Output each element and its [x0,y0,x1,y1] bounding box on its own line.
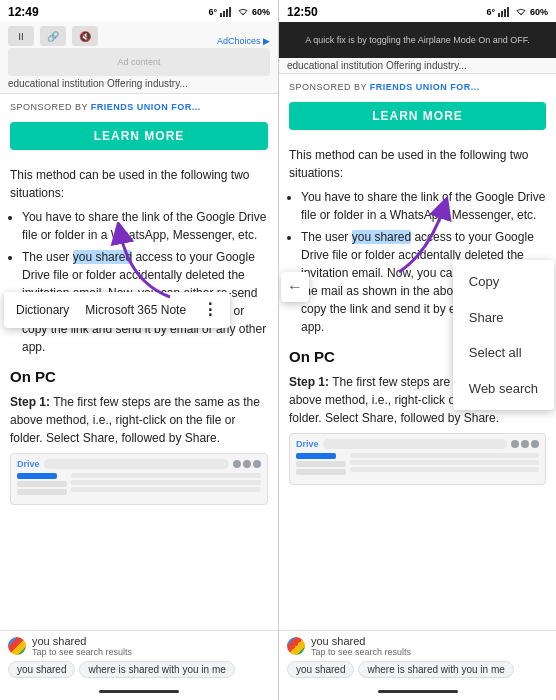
wifi-icon-left [237,7,249,17]
search-title-right[interactable]: you shared [311,635,411,647]
nav-gesture-left [99,690,179,693]
bottom-bar-right: you shared Tap to see search results you… [279,630,556,682]
ad-image-left: Ad content [8,48,270,76]
article-intro-left: This method can be used in the following… [10,166,268,202]
learn-more-container-left: LEARN MORE [0,116,278,162]
status-bar-right: 12:50 6° 60% [279,0,556,22]
ad-text-left: educational institution Offering industr… [8,78,270,89]
step1-left: Step 1: The first few steps are the same… [10,393,268,447]
mute-icon-left[interactable]: 🔇 [72,26,98,46]
chip-you-shared-left[interactable]: you shared [8,661,75,678]
battery-right: 60% [530,7,548,17]
chip-where-shared-right[interactable]: where is shared with you in me [358,661,513,678]
select-all-option-right[interactable]: Select all [453,335,554,371]
content-left: This method can be used in the following… [0,162,278,630]
svg-rect-3 [229,7,231,17]
search-subtitle-right: Tap to see search results [311,647,411,657]
content-right: This method can be used in the following… [279,142,556,630]
search-chips-left: you shared where is shared with you in m… [8,661,270,678]
on-pc-heading-left: On PC [10,366,268,389]
learn-more-container-right: LEARN MORE [279,96,556,142]
share-option-right[interactable]: Share [453,300,554,336]
nav-bar-right [279,682,556,700]
learn-more-btn-right[interactable]: LEARN MORE [289,102,546,130]
link-icon-left[interactable]: 🔗 [40,26,66,46]
svg-rect-7 [504,9,506,17]
pause-icon-left[interactable]: ⏸ [8,26,34,46]
context-menu-right: Copy Share Select all Web search [453,260,554,410]
status-icons-text-right: 6° [486,7,495,17]
signal-icon-right [498,7,512,17]
web-search-option-right[interactable]: Web search [453,371,554,407]
svg-rect-6 [501,11,503,17]
ad-text-right: educational institution Offering industr… [287,60,548,71]
sponsored-left: SPONSORED BY FRIENDS UNION FOR... [0,94,278,116]
drive-thumbnail-right: Drive [289,433,546,485]
nav-bar-left [0,682,278,700]
google-logo-left [8,637,26,655]
svg-rect-0 [220,13,222,17]
learn-more-btn-left[interactable]: LEARN MORE [10,122,268,150]
purple-arrow-left [110,222,180,302]
signal-icon-left [220,7,234,17]
left-panel: 12:49 6° 60% ⏸ 🔗 🔇 AdChoices ▶ Ad conten… [0,0,278,700]
search-title-left[interactable]: you shared [32,635,132,647]
time-right: 12:50 [287,5,318,19]
status-icons-right: 6° 60% [486,7,548,17]
status-time-right: 12:50 [287,5,318,19]
right-panel: 12:50 6° 60% A quick fix is by toggling … [278,0,556,700]
google-search-row-right: you shared Tap to see search results [287,635,548,657]
drive-thumbnail-left: Drive [10,453,268,505]
google-logo-right [287,637,305,655]
ms365-option-left[interactable]: Microsoft 365 Note [81,299,190,321]
ad-area-right: educational institution Offering industr… [279,58,556,74]
selection-toolbar-right: ← [281,272,309,302]
wifi-icon-right [515,7,527,17]
bottom-bar-left: you shared Tap to see search results you… [0,630,278,682]
ad-area-left: ⏸ 🔗 🔇 AdChoices ▶ Ad content educational… [0,22,278,94]
chip-where-shared-left[interactable]: where is shared with you in me [79,661,234,678]
svg-rect-2 [226,9,228,17]
purple-arrow-right [379,192,459,282]
chip-you-shared-right[interactable]: you shared [287,661,354,678]
status-icons-left: 6° 60% [208,7,270,17]
status-time-left: 12:49 [8,5,39,19]
dictionary-option-left[interactable]: Dictionary [12,299,73,321]
status-bar-left: 12:49 6° 60% [0,0,278,22]
sponsored-text-left: SPONSORED BY FRIENDS UNION FOR... [10,102,201,112]
sponsored-right: SPONSORED BY FRIENDS UNION FOR... [279,74,556,96]
ad-choices-left: AdChoices ▶ [217,36,270,46]
battery-left: 60% [252,7,270,17]
back-arrow-right[interactable]: ← [287,275,303,299]
svg-rect-5 [498,13,500,17]
svg-rect-1 [223,11,225,17]
search-subtitle-left: Tap to see search results [32,647,132,657]
copy-option-right[interactable]: Copy [453,264,554,300]
nav-gesture-right [378,690,458,693]
search-chips-right: you shared where is shared with you in m… [287,661,548,678]
google-search-row-left: you shared Tap to see search results [8,635,270,657]
more-options-left[interactable]: ⋮ [198,296,222,324]
time-left: 12:49 [8,5,39,19]
svg-rect-8 [507,7,509,17]
article-intro-right: This method can be used in the following… [289,146,546,182]
status-icons-text-left: 6° [208,7,217,17]
ad-image-right: A quick fix is by toggling the Airplane … [279,22,556,58]
